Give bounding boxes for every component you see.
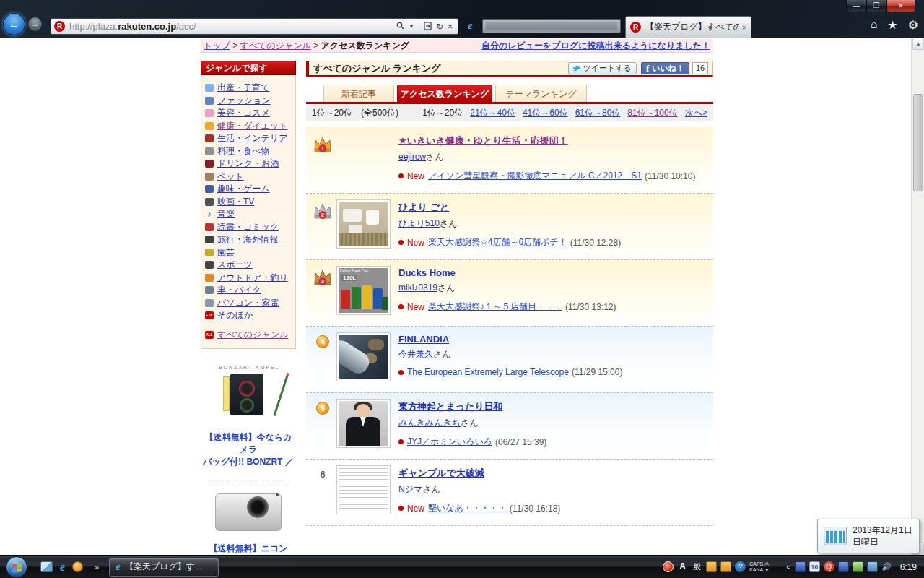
- ime-mode-icon[interactable]: 般: [692, 561, 702, 572]
- ad-bonzart[interactable]: BONZART AMPEL 【送料無料】今ならカメラバッグ付!! BONZRT …: [201, 363, 296, 468]
- page-link-21-40[interactable]: 21位～40位: [470, 107, 515, 119]
- genre-link[interactable]: 旅行・海外情報: [217, 233, 278, 246]
- sidebar-item-all[interactable]: ALLすべてのジャンル: [205, 329, 292, 342]
- blog-title-link[interactable]: Ducks Home: [398, 267, 456, 278]
- calendar-date-tray-icon[interactable]: 10: [809, 561, 820, 572]
- genre-link[interactable]: 出産・子育て: [217, 82, 269, 94]
- tray-collapse-chevron[interactable]: <: [786, 563, 790, 571]
- address-bar[interactable]: R http://plaza.rakuten.co.jp/acc/ ▼ ↻ ×: [51, 18, 458, 35]
- genre-link[interactable]: ファッション: [217, 95, 271, 107]
- start-button[interactable]: [6, 556, 27, 578]
- browser-tab[interactable]: R 【楽天ブログ】すべてのジ... ×: [625, 16, 751, 38]
- genre-link[interactable]: 映画・TV: [217, 196, 254, 208]
- sidebar-item-movie[interactable]: 映画・TV: [205, 196, 292, 209]
- entry-thumbnail[interactable]: [336, 332, 391, 381]
- entry-thumbnail[interactable]: [336, 199, 391, 249]
- sidebar-item-hobby[interactable]: 趣味・ゲーム: [205, 183, 292, 196]
- sidebar-item-pet[interactable]: ペット: [205, 171, 292, 184]
- antivirus-tray-icon[interactable]: [663, 561, 674, 572]
- sidebar-item-life[interactable]: 生活・インテリア: [205, 132, 292, 145]
- blog-title-link[interactable]: 東方神起とまったり日和: [398, 401, 503, 412]
- taskbar-clock[interactable]: 6:19: [900, 562, 917, 572]
- entry-thumbnail[interactable]: [336, 465, 391, 514]
- blog-title-link[interactable]: ひより ごと: [398, 202, 449, 212]
- network-icon[interactable]: [867, 561, 878, 572]
- post-link[interactable]: アイソン彗星観察・撮影徹底マニュアル C／2012 S1: [428, 170, 642, 182]
- breadcrumb-genre-link[interactable]: すべてのジャンル: [240, 40, 311, 51]
- internet-explorer-icon[interactable]: e: [60, 561, 65, 572]
- genre-link[interactable]: ドリンク・お酒: [217, 158, 279, 170]
- sidebar-item-sports[interactable]: スポーツ: [205, 259, 292, 272]
- home-icon[interactable]: ⌂: [871, 18, 878, 32]
- author-link[interactable]: miki♪0319: [398, 282, 437, 293]
- page-link-61-80[interactable]: 61位～80位: [575, 107, 621, 119]
- post-link[interactable]: JYJ／ホミンいろいろ: [407, 436, 492, 448]
- minimize-button[interactable]: —: [846, 0, 866, 12]
- sidebar-item-car[interactable]: 車・バイク: [205, 284, 292, 297]
- genre-link[interactable]: ペット: [217, 171, 244, 183]
- entry-thumbnail[interactable]: Dalton Trash Can 120L: [336, 266, 391, 315]
- audio-device-tray-icon[interactable]: [795, 561, 806, 572]
- genre-link[interactable]: 美容・コスメ: [217, 107, 270, 119]
- tab-access-ranking[interactable]: アクセス数ランキング: [397, 85, 492, 102]
- genre-link[interactable]: 生活・インテリア: [217, 132, 287, 144]
- genre-link[interactable]: 健康・ダイエット: [217, 120, 287, 132]
- update-tray-icon[interactable]: [838, 561, 849, 572]
- post-link[interactable]: 楽天大感謝祭♪１～５店舗目．．．: [428, 301, 562, 313]
- vertical-scrollbar[interactable]: ▲ ▼: [911, 38, 924, 555]
- author-link[interactable]: eejirow: [398, 152, 426, 162]
- author-link[interactable]: Nジマ: [398, 484, 422, 494]
- sidebar-item-music[interactable]: ♪音楽: [205, 208, 292, 221]
- ime-help-icon[interactable]: ?: [735, 561, 746, 572]
- post-link[interactable]: The European Extremely Large Telescope: [407, 367, 569, 377]
- entry-thumbnail[interactable]: [336, 399, 391, 448]
- sidebar-item-etc[interactable]: ETCそのほか: [205, 309, 292, 322]
- forward-button[interactable]: →: [27, 17, 43, 32]
- quicktime-tray-icon[interactable]: Q: [824, 561, 834, 572]
- author-link[interactable]: ひより510: [398, 218, 440, 228]
- sidebar-item-fashion[interactable]: ファッション: [205, 95, 292, 108]
- post-link[interactable]: 堅いなあ・・・・・: [428, 502, 507, 514]
- genre-link[interactable]: そのほか: [217, 309, 253, 322]
- sidebar-item-beauty[interactable]: 美容・コスメ: [205, 107, 292, 120]
- genre-link[interactable]: 車・バイク: [217, 284, 261, 296]
- restore-button[interactable]: ❐: [866, 0, 886, 12]
- compatibility-view-icon[interactable]: [424, 22, 432, 32]
- genre-link[interactable]: スポーツ: [217, 259, 253, 271]
- ad-caption[interactable]: 【送料無料】今ならカメラバッグ付!! BONZRT ／: [201, 431, 296, 468]
- post-link[interactable]: 楽天大感謝祭☆4店舗～6店舗ポチ！: [428, 236, 567, 249]
- genre-link[interactable]: アウトドア・釣り: [217, 272, 288, 284]
- stop-icon[interactable]: ×: [448, 22, 453, 31]
- ime-caps-kana-indicator[interactable]: CAPS ⎙KANA ▼: [749, 561, 778, 573]
- author-link[interactable]: 今井兼久: [398, 349, 433, 359]
- page-link-41-60[interactable]: 41位～60位: [523, 107, 568, 119]
- genre-link[interactable]: すべてのジャンル: [217, 329, 288, 341]
- scroll-up-arrow[interactable]: ▲: [912, 38, 924, 50]
- close-button[interactable]: ✕: [886, 0, 915, 12]
- ime-toolbox-icon[interactable]: [706, 561, 717, 572]
- sidebar-item-baby[interactable]: 出産・子育て: [205, 82, 292, 95]
- genre-link[interactable]: 趣味・ゲーム: [217, 183, 270, 195]
- sidebar-item-pc[interactable]: パソコン・家電: [205, 297, 292, 310]
- page-link-81-100[interactable]: 81位～100位: [627, 107, 677, 119]
- quick-tab-box[interactable]: [482, 19, 621, 33]
- page-link-next[interactable]: 次へ>: [685, 107, 707, 119]
- sidebar-item-cooking[interactable]: 料理・食べ物: [205, 145, 292, 158]
- ad-caption[interactable]: 【送料無料】ニコンCOOLPIX S3500（クリスタル: [201, 543, 296, 555]
- scrollbar-thumb[interactable]: [913, 94, 923, 191]
- sidebar-item-drink[interactable]: ドリンク・お酒: [205, 158, 292, 171]
- tweet-button[interactable]: ツイートする: [568, 62, 637, 74]
- favorites-star-icon[interactable]: ★: [887, 18, 897, 32]
- genre-link[interactable]: パソコン・家電: [217, 297, 279, 309]
- tab-theme-ranking[interactable]: テーマランキング: [495, 85, 587, 102]
- show-desktop-icon[interactable]: [40, 561, 53, 572]
- settings-gear-icon[interactable]: ⚙: [908, 18, 918, 32]
- blog-title-link[interactable]: ギャンブルで大破滅: [398, 467, 484, 478]
- taskbar-window-button[interactable]: e 【楽天ブログ】す...: [109, 558, 219, 577]
- sidebar-item-outdoor[interactable]: アウトドア・釣り: [205, 272, 292, 285]
- blog-title-link[interactable]: FINLANDIA: [398, 334, 449, 345]
- sidebar-item-health[interactable]: 健康・ダイエット: [205, 120, 292, 133]
- ad-nikon[interactable]: 【送料無料】ニコンCOOLPIX S3500（クリスタル: [201, 488, 296, 555]
- quick-launch-overflow-chevron[interactable]: »: [95, 563, 99, 571]
- genre-link[interactable]: 園芸: [217, 246, 235, 259]
